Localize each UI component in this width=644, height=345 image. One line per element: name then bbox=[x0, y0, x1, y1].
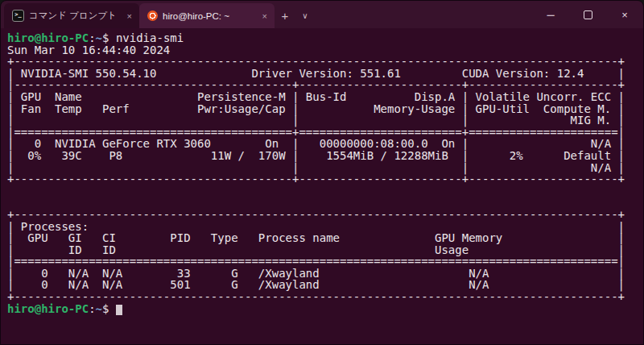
prompt-path: ~ bbox=[96, 31, 102, 44]
ubuntu-icon bbox=[147, 10, 158, 21]
close-tab-icon[interactable]: × bbox=[125, 11, 134, 21]
prompt-line-command: hiro@hiro-PC:~$ nvidia-smi bbox=[7, 32, 643, 44]
prompt-path: ~ bbox=[96, 302, 102, 315]
command-text: nvidia-smi bbox=[116, 31, 184, 44]
maximize-icon bbox=[584, 10, 592, 19]
prompt-colon: : bbox=[89, 302, 95, 315]
new-tab-button[interactable]: + bbox=[275, 3, 295, 28]
date-line: Sun Mar 10 16:44:40 2024 bbox=[7, 44, 643, 56]
close-tab-icon[interactable]: × bbox=[260, 11, 270, 21]
tab-dropdown-icon[interactable]: ∨ bbox=[295, 3, 315, 28]
titlebar: >_ コマンド プロンプト × hiro@hiro-PC: ~ × + ∨ ─ … bbox=[1, 1, 643, 28]
prompt-line-current: hiro@hiro-PC:~$ bbox=[7, 303, 643, 315]
tab-command-prompt[interactable]: >_ コマンド プロンプト × bbox=[4, 3, 139, 28]
minimize-button[interactable]: ─ bbox=[532, 1, 569, 28]
prompt-user-host: hiro@hiro-PC bbox=[7, 31, 89, 44]
maximize-button[interactable] bbox=[569, 1, 606, 28]
nvidia-smi-output: +---------------------------------------… bbox=[7, 56, 643, 302]
cmd-prompt-icon: >_ bbox=[12, 10, 24, 22]
terminal-window: >_ コマンド プロンプト × hiro@hiro-PC: ~ × + ∨ ─ … bbox=[0, 0, 644, 345]
tab-ubuntu-session[interactable]: hiro@hiro-PC: ~ × bbox=[139, 3, 275, 28]
prompt-user-host: hiro@hiro-PC bbox=[7, 302, 89, 315]
titlebar-drag-region[interactable] bbox=[315, 1, 532, 28]
tab-label: コマンド プロンプト bbox=[29, 10, 120, 22]
window-controls: ─ × bbox=[532, 1, 643, 28]
tab-label: hiro@hiro-PC: ~ bbox=[163, 11, 255, 21]
terminal-cursor bbox=[116, 305, 122, 315]
prompt-colon: : bbox=[89, 31, 95, 44]
close-button[interactable]: × bbox=[606, 1, 643, 28]
terminal-viewport[interactable]: hiro@hiro-PC:~$ nvidia-smi Sun Mar 10 16… bbox=[1, 28, 643, 344]
tab-bar: >_ コマンド プロンプト × hiro@hiro-PC: ~ × + ∨ bbox=[1, 3, 315, 28]
